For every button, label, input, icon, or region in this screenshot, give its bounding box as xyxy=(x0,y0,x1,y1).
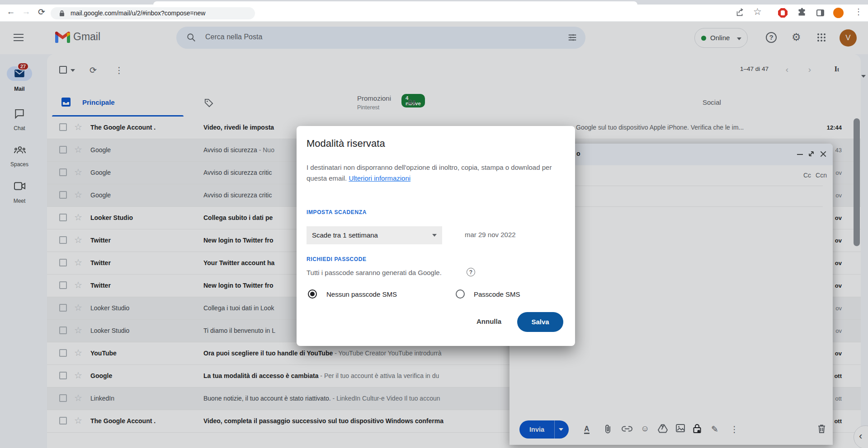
url-bar[interactable]: mail.google.com/mail/u/2/#inbox?compose=… xyxy=(51,7,255,19)
passcode-section-label: RICHIEDI PASSCODE xyxy=(307,256,367,262)
back-icon[interactable]: ← xyxy=(5,7,17,17)
dialog-body-text: I destinatari non disporranno dell'opzio… xyxy=(307,163,552,182)
radio-sms-passcode[interactable] xyxy=(456,289,465,299)
browser-tabstrip xyxy=(0,0,868,5)
side-panel-icon[interactable] xyxy=(816,9,824,16)
adblock-extension-icon[interactable] xyxy=(778,8,788,18)
expiry-section-label: IMPOSTA SCADENZA xyxy=(307,209,367,215)
passcode-help-icon[interactable]: ? xyxy=(467,268,475,276)
browser-profile-avatar[interactable] xyxy=(833,8,844,18)
radio-label[interactable]: Passcode SMS xyxy=(474,290,520,298)
save-button[interactable]: Salva xyxy=(517,312,563,332)
cancel-button[interactable]: Annulla xyxy=(476,317,501,325)
expiry-select-value: Scade tra 1 settimana xyxy=(312,231,378,239)
reload-icon[interactable]: ⟳ xyxy=(35,7,48,17)
browser-menu-icon[interactable]: ⋮ xyxy=(853,7,864,18)
radio-no-sms-passcode[interactable] xyxy=(308,289,317,299)
share-icon[interactable] xyxy=(735,8,746,19)
extensions-puzzle-icon[interactable] xyxy=(797,8,808,19)
expiry-select[interactable]: Scade tra 1 settimana xyxy=(307,226,442,244)
confidential-mode-dialog: Modalità riservata I destinatari non dis… xyxy=(297,126,575,346)
dialog-title: Modalità riservata xyxy=(307,138,385,149)
browser-toolbar: ← → ⟳ mail.google.com/mail/u/2/#inbox?co… xyxy=(0,5,868,22)
bookmark-star-icon[interactable]: ☆ xyxy=(753,6,764,17)
expiry-date-text: mar 29 nov 2022 xyxy=(465,231,516,238)
learn-more-link[interactable]: Ulteriori informazioni xyxy=(349,174,410,182)
chevron-down-icon xyxy=(432,234,437,237)
lock-icon xyxy=(59,10,65,17)
passcode-note: Tutti i passcode saranno generati da Goo… xyxy=(307,269,442,276)
url-text[interactable]: mail.google.com/mail/u/2/#inbox?compose=… xyxy=(71,9,205,17)
radio-label[interactable]: Nessun passcode SMS xyxy=(326,290,397,298)
gmail-window: ← → ⟳ mail.google.com/mail/u/2/#inbox?co… xyxy=(0,0,868,448)
forward-icon[interactable]: → xyxy=(20,7,33,17)
